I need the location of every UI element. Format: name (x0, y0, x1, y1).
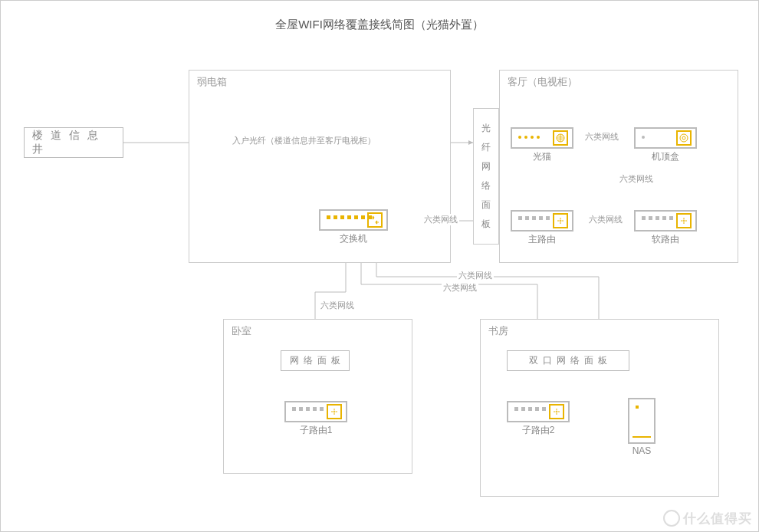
device-soft-router (634, 210, 697, 232)
diagram-title: 全屋WIFI网络覆盖接线简图（光猫外置） (1, 1, 758, 40)
cable-cat6-7: 六类网线 (457, 270, 494, 281)
svg-point-12 (680, 134, 688, 142)
cable-cat6-6: 六类网线 (442, 282, 478, 294)
wifi-icon (676, 213, 692, 228)
target-icon (676, 130, 692, 146)
switch-icon (367, 212, 383, 228)
zone-label-study: 书房 (488, 324, 508, 338)
cable-cat6-1: 六类网线 (583, 131, 620, 143)
wifi-icon (327, 404, 342, 419)
cable-cat6-3: 六类网线 (587, 214, 624, 225)
label-stb: 机顶盒 (634, 150, 697, 163)
label-nas: NAS (614, 445, 669, 456)
cable-cat6-5: 六类网线 (319, 300, 356, 311)
wifi-icon (549, 404, 564, 419)
corridor-info-well: 楼道信息井 (24, 127, 123, 158)
zone-label-weakbox: 弱电箱 (197, 75, 227, 89)
zone-bedroom: 卧室 (223, 319, 412, 474)
cable-cat6-4: 六类网线 (422, 214, 459, 225)
watermark-text: 什么值得买 (683, 511, 752, 526)
label-soft-router: 软路由 (634, 233, 697, 246)
label-child-router-2: 子路由2 (507, 424, 570, 437)
label-main-router: 主路由 (511, 233, 573, 246)
label-modem: 光猫 (511, 150, 573, 163)
cable-fiber-in: 入户光纤（楼道信息井至客厅电视柜） (231, 135, 377, 146)
label-child-router-1: 子路由1 (284, 424, 347, 437)
device-optical-modem (511, 127, 573, 149)
device-child-router-2 (507, 401, 570, 422)
zone-label-living: 客厅（电视柜） (508, 75, 577, 89)
label-switch: 交换机 (319, 232, 388, 245)
study-dual-network-panel: 双口网络面板 (507, 350, 629, 371)
zone-label-bedroom: 卧室 (232, 324, 251, 338)
globe-icon (553, 130, 568, 146)
svg-point-13 (682, 136, 685, 140)
fiber-network-panel: 光纤网络面板 (473, 108, 499, 245)
device-switch (319, 209, 388, 231)
watermark: 什么值得买 (663, 510, 752, 528)
device-child-router-1 (284, 401, 347, 422)
wifi-icon (553, 213, 568, 228)
cable-cat6-2: 六类网线 (618, 173, 655, 185)
device-set-top-box (634, 127, 697, 149)
device-main-router (511, 210, 573, 232)
bedroom-network-panel: 网络面板 (281, 350, 350, 371)
watermark-logo-icon (663, 510, 680, 527)
device-nas (628, 398, 656, 444)
diagram-canvas: 全屋WIFI网络覆盖接线简图（光猫外置） (0, 0, 759, 532)
